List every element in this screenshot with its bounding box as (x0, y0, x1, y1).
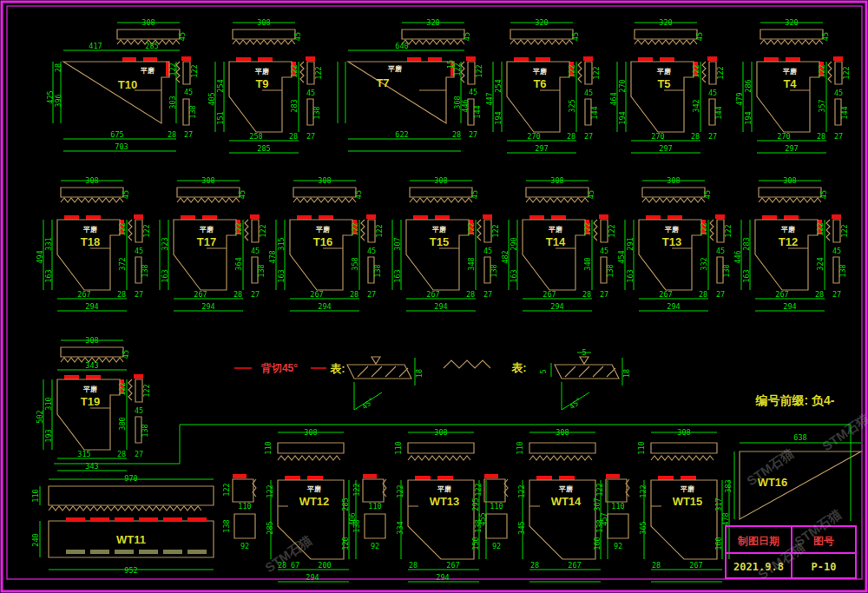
dim: 92 (371, 542, 379, 550)
dim: 294 (306, 573, 319, 582)
dim: 357 (818, 99, 826, 112)
dim: 28 (117, 290, 126, 299)
dim: 294 (201, 302, 214, 311)
dim: 324 (816, 257, 825, 270)
dim: 286 (744, 79, 753, 92)
dim: 343 (85, 462, 98, 471)
dim: 295 (471, 497, 480, 511)
dim: 622 (395, 130, 408, 139)
panel-sublabel: 平磨 (437, 484, 452, 493)
dim: 417 (89, 42, 102, 50)
dim: 67 (291, 561, 299, 570)
dim: 358 (351, 257, 359, 270)
dim: 45 (832, 247, 841, 255)
dim: 308 (85, 336, 98, 345)
dim: 194 (618, 111, 627, 124)
panel-t14: 308 45 482 290 163 122 340 267 28 294 12… (501, 176, 616, 311)
watermark-text: STM石猫 (819, 411, 868, 453)
wave-symbol (444, 360, 490, 368)
dim: 675 (110, 130, 123, 139)
panel-t9: 308 45 405 254 151 122 283 258 28 285 12… (207, 18, 323, 153)
dim: 308 (304, 428, 317, 437)
dim: 45 (251, 247, 260, 255)
dim: 638 (793, 433, 806, 442)
dim: 122 (168, 63, 177, 76)
dim: 45° (360, 396, 376, 412)
dim: 45 (716, 247, 725, 255)
panel-label: WT11 (116, 533, 146, 546)
dim: 122 (583, 222, 592, 235)
dim: 703 (115, 142, 128, 151)
dim: 122 (453, 63, 462, 76)
panel-label: T18 (81, 235, 100, 248)
cad-sheet: 308 45 417 285 28 425 396 122 303 675 28… (0, 0, 868, 593)
panel-t4: 320 45 479 286 194 122 357 270 28 297 12… (735, 18, 851, 153)
dim: 110 (264, 441, 273, 454)
dim: 323 (161, 237, 169, 250)
dim: 27 (600, 290, 608, 299)
dim: 45 (238, 190, 247, 199)
dim: 464 (609, 92, 618, 105)
dim: 45 (571, 32, 580, 41)
dim: 27 (708, 132, 717, 141)
dim: 110 (490, 502, 503, 511)
dim: 45 (184, 88, 193, 96)
panel-wt15: 308 110 122 110 138 92 122 365 317 478 1… (595, 428, 730, 582)
dim: 138 (222, 519, 231, 532)
dim: 122 (314, 66, 323, 79)
dim: 27 (716, 290, 725, 299)
dim: 364 (234, 257, 243, 270)
dim: 27 (832, 290, 841, 299)
dim: 138 (474, 519, 483, 532)
dim: 122 (568, 64, 576, 77)
dim: 320 (785, 18, 798, 27)
dim: 110 (394, 441, 403, 454)
legend-means-label: 表: (510, 361, 526, 374)
dim: 267 (568, 561, 581, 570)
dim: 110 (516, 441, 524, 454)
dim: 267 (542, 290, 556, 299)
dim: 122 (724, 224, 733, 237)
dim: 92 (614, 542, 622, 550)
panel-sublabel: 平磨 (315, 225, 331, 234)
panel-drawing (40, 479, 214, 570)
panel-sublabel: 平磨 (664, 225, 680, 234)
panel-sublabel: 平磨 (140, 66, 155, 75)
dim: 144 (714, 106, 723, 119)
dim: 310 (44, 397, 53, 410)
dim: 383 (724, 479, 733, 492)
dim: 479 (735, 92, 744, 105)
dim: 110 (31, 489, 40, 502)
dim: 194 (744, 111, 753, 124)
dim: 446 (733, 250, 742, 263)
dim: 307 (393, 237, 402, 250)
dim: 405 (207, 92, 216, 105)
dim: 28 (452, 130, 461, 139)
dim: 122 (467, 222, 476, 235)
dim: 372 (118, 257, 127, 270)
dim: 340 (583, 257, 592, 270)
panel-label: T7 (376, 76, 389, 89)
dim: 308 (141, 18, 155, 27)
dim: 27 (584, 132, 593, 141)
dim: 28 (117, 450, 126, 458)
dim: 144 (473, 105, 482, 118)
legend-backcut: 背切45° 表: 18 45° (234, 357, 424, 411)
dim: 27 (135, 290, 143, 299)
panel-t18: 308 45 494 331 163 122 372 267 28 294 12… (36, 176, 151, 311)
dim: 144 (590, 106, 599, 119)
dim: 27 (469, 130, 477, 139)
dim: 122 (222, 483, 231, 496)
dim: 45 (821, 32, 830, 41)
dim: 342 (692, 99, 700, 112)
dim: 308 (257, 18, 270, 27)
dim: 163 (44, 269, 53, 282)
dim: 45 (703, 190, 712, 199)
dim: 294 (85, 302, 98, 311)
dim: 28 (530, 561, 539, 570)
dim: 267 (77, 290, 90, 299)
dim: 283 (290, 99, 299, 112)
dim: 138 (352, 519, 361, 532)
dim: 160 (593, 537, 602, 550)
dim: 365 (639, 521, 648, 534)
